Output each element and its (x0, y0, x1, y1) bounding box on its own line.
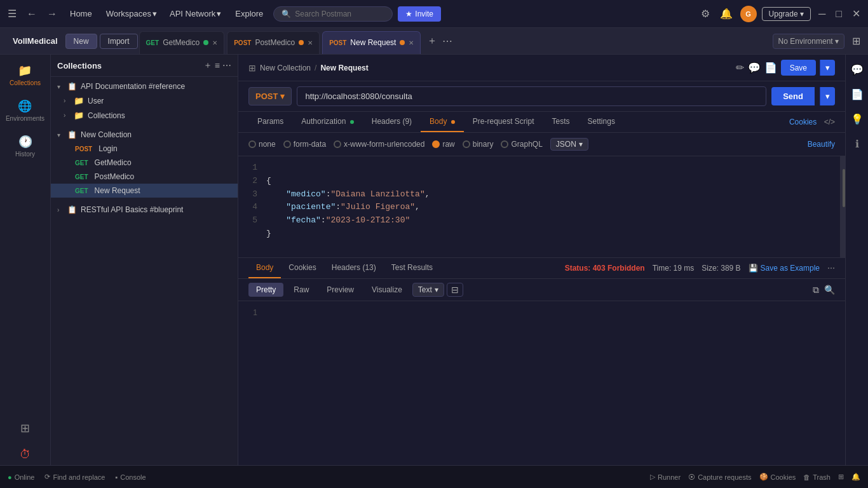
comment-icon[interactable]: 💬 (748, 60, 761, 76)
tab-post-medico[interactable]: POST PostMedico ✕ (227, 31, 320, 54)
sort-icon[interactable]: ≡ (215, 60, 220, 71)
invite-button[interactable]: ★ Invite (398, 6, 441, 22)
maximize-icon[interactable]: □ (833, 6, 844, 22)
save-dropdown-btn[interactable]: ▾ (820, 60, 835, 76)
save-example-btn[interactable]: 💾 Save as Example (749, 264, 820, 273)
tab-authorization[interactable]: Authorization (292, 112, 362, 132)
avatar[interactable]: G (740, 6, 757, 22)
resp-tab-cookies[interactable]: Cookies (281, 258, 323, 278)
search-resp-btn[interactable]: 🔍 (824, 285, 835, 295)
sidebar-item-collections[interactable]: 📁 Collections (4, 60, 46, 90)
tree-item-api-doc[interactable]: ▾ 📋 API Documentation #reference (51, 79, 238, 93)
resp-body-tab-pretty[interactable]: Pretty (248, 283, 283, 297)
resp-body-tab-visualize[interactable]: Visualize (364, 283, 410, 297)
cookies-button[interactable]: Cookies (789, 118, 817, 126)
copy-btn[interactable]: ⧉ (813, 285, 819, 295)
tree-item-post-medico[interactable]: GET PostMedico (51, 170, 238, 184)
resp-tab-body[interactable]: Body (248, 258, 281, 278)
radio-none[interactable]: none (248, 140, 276, 149)
radio-form-data[interactable]: form-data (283, 140, 326, 149)
forward-icon[interactable]: → (44, 6, 60, 22)
text-format-selector[interactable]: Text ▾ (412, 283, 444, 297)
runner-btn[interactable]: ▷ Runner (650, 473, 681, 481)
tab-close-icon[interactable]: ✕ (308, 39, 313, 46)
notification-icon[interactable]: 🔔 (851, 473, 860, 481)
json-format-selector[interactable]: JSON ▾ (550, 138, 588, 151)
settings-icon[interactable]: ⚙ (698, 5, 712, 22)
cookies-bottom-btn[interactable]: 🍪 Cookies (759, 473, 796, 481)
tab-new-request[interactable]: POST New Request ✕ (322, 31, 421, 54)
resp-tab-headers[interactable]: Headers (13) (324, 258, 384, 278)
send-dropdown-btn[interactable]: ▾ (820, 87, 835, 105)
grid-icon[interactable]: ⊞ (838, 473, 844, 481)
method-selector[interactable]: POST ▾ (248, 87, 292, 105)
minimize-icon[interactable]: ─ (816, 6, 828, 22)
import-button[interactable]: Import (100, 34, 138, 49)
trash-btn[interactable]: 🗑 Trash (803, 473, 831, 481)
save-button[interactable]: Save (781, 60, 816, 76)
resp-body-tab-preview[interactable]: Preview (319, 283, 362, 297)
more-tabs-icon[interactable]: ⋯ (442, 35, 452, 47)
tab-pre-request[interactable]: Pre-request Script (464, 112, 543, 132)
tree-item-collections[interactable]: › 📁 Collections (51, 108, 238, 123)
environment-selector[interactable]: No Environment ▾ (773, 34, 844, 49)
console-btn[interactable]: ▪ Console (115, 473, 146, 481)
upgrade-button[interactable]: Upgrade ▾ (762, 7, 811, 21)
workspaces-dropdown[interactable]: Workspaces ▾ (102, 6, 161, 21)
add-tab-button[interactable]: ＋ (422, 32, 442, 50)
tab-get-medico[interactable]: GET GetMedico ✕ (139, 31, 225, 54)
radio-raw[interactable]: raw (432, 140, 454, 149)
online-status[interactable]: ● Online (8, 473, 34, 481)
tree-item-restful[interactable]: › 📋 RESTful API Basics #blueprint (51, 203, 238, 217)
radio-graphql[interactable]: GraphQL (501, 140, 542, 149)
sidebar-item-environments[interactable]: 🌐 Environments (1, 95, 50, 126)
search-bar[interactable]: 🔍 (273, 6, 393, 22)
scrollbar[interactable] (840, 156, 845, 257)
home-btn[interactable]: Home (65, 6, 97, 21)
code-content[interactable]: { "medico":"Daiana Lanzilotta", "pacient… (261, 156, 840, 257)
capture-btn[interactable]: ⦿ Capture requests (688, 473, 751, 481)
send-button[interactable]: Send (771, 87, 815, 105)
tab-headers[interactable]: Headers (9) (363, 112, 421, 132)
back-icon[interactable]: ← (24, 6, 39, 22)
code-view-icon[interactable]: </> (824, 118, 835, 126)
bell-icon[interactable]: 🔔 (717, 5, 735, 22)
tab-settings[interactable]: Settings (579, 112, 624, 132)
tab-params[interactable]: Params (248, 112, 292, 132)
sidebar-item-history[interactable]: 🕐 History (10, 131, 40, 161)
tree-item-login[interactable]: POST Login (51, 142, 238, 156)
url-input[interactable] (297, 86, 766, 106)
sidebar-item-bottom[interactable]: ⏱ (15, 444, 36, 465)
tree-item-new-request[interactable]: GET New Request (51, 184, 238, 198)
resp-body-tab-raw[interactable]: Raw (286, 283, 316, 297)
radio-binary[interactable]: binary (463, 140, 494, 149)
api-network-dropdown[interactable]: API Network ▾ (166, 6, 225, 21)
info-icon[interactable]: 📄 (764, 60, 777, 76)
filter-btn[interactable]: ⊟ (447, 283, 463, 297)
more-options-icon[interactable]: ⋯ (222, 60, 231, 71)
search-input[interactable] (295, 10, 384, 18)
more-options-icon[interactable]: ⋯ (827, 264, 835, 273)
tree-item-new-collection[interactable]: ▾ 📋 New Collection (51, 128, 238, 142)
document-right-icon[interactable]: 📄 (847, 85, 867, 104)
info-right-icon[interactable]: ℹ (851, 134, 863, 154)
tab-body[interactable]: Body (421, 112, 464, 132)
tab-tests[interactable]: Tests (543, 112, 579, 132)
edit-icon[interactable]: ✏ (736, 60, 744, 76)
tab-close-icon[interactable]: ✕ (409, 39, 414, 46)
environment-grid-icon[interactable]: ⊞ (850, 32, 863, 50)
new-tab-button[interactable]: New (65, 34, 97, 49)
tree-item-user[interactable]: › 📁 User (51, 93, 238, 108)
tree-item-get-medico[interactable]: GET GetMedico (51, 156, 238, 170)
tab-close-icon[interactable]: ✕ (212, 39, 217, 46)
comment-right-icon[interactable]: 💬 (847, 60, 867, 79)
find-replace-btn[interactable]: ⟳ Find and replace (44, 473, 105, 481)
radio-urlencoded[interactable]: x-www-form-urlencoded (334, 140, 424, 149)
lightbulb-icon[interactable]: 💡 (847, 109, 867, 129)
close-icon[interactable]: ✕ (850, 5, 863, 22)
explore-btn[interactable]: Explore (230, 6, 268, 21)
beautify-button[interactable]: Beautify (808, 140, 835, 149)
resp-tab-test-results[interactable]: Test Results (384, 258, 440, 278)
sidebar-item-new[interactable]: ⊞ (15, 417, 35, 439)
menu-icon[interactable]: ☰ (5, 5, 19, 22)
